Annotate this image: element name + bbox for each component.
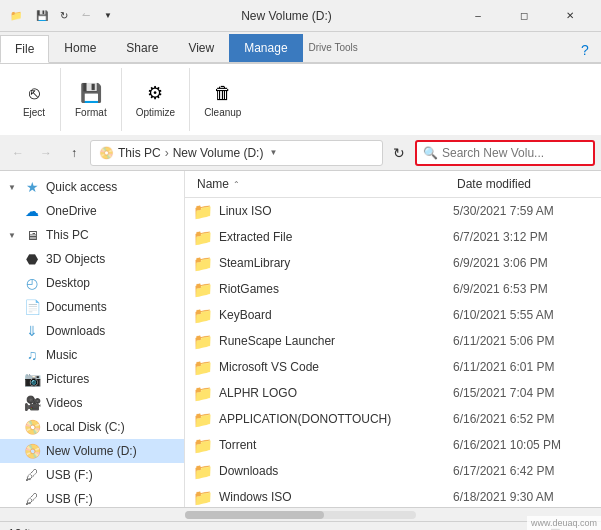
expand-icon: ▼ [8, 183, 18, 192]
undo-qat-btn[interactable]: ↻ [54, 6, 74, 26]
file-date: 6/15/2021 7:04 PM [453, 386, 593, 400]
window-controls: – ◻ ✕ [455, 0, 593, 32]
ribbon-help-btn[interactable]: ? [573, 38, 597, 62]
eject-label: Eject [23, 107, 45, 118]
tab-view[interactable]: View [173, 34, 229, 62]
system-icon: 📁 [8, 8, 24, 24]
hscroll-thumb[interactable] [185, 511, 324, 519]
file-row[interactable]: 📁Linux ISO5/30/2021 7:59 AM [185, 198, 601, 224]
folder-icon: 📁 [193, 227, 213, 247]
file-row[interactable]: 📁SteamLibrary6/9/2021 3:06 PM [185, 250, 601, 276]
sidebar-item-3dobjects[interactable]: ⬣ 3D Objects [0, 247, 184, 271]
column-date[interactable]: Date modified [453, 175, 593, 193]
sidebar-item-videos[interactable]: 🎥 Videos [0, 391, 184, 415]
eject-button[interactable]: ⎋ Eject [16, 77, 52, 122]
ribbon-section-format: 💾 Format [61, 68, 122, 131]
search-input[interactable] [442, 146, 587, 160]
file-row[interactable]: 📁Torrent6/16/2021 10:05 PM [185, 432, 601, 458]
music-icon: ♫ [24, 347, 40, 363]
redo-qat-btn[interactable]: ↼ [76, 6, 96, 26]
column-name[interactable]: Name ⌃ [193, 175, 453, 193]
path-separator-1: › [165, 146, 169, 160]
minimize-button[interactable]: – [455, 0, 501, 32]
folder-icon: 📁 [193, 409, 213, 429]
file-list-header: Name ⌃ Date modified [185, 171, 601, 198]
qat-dropdown[interactable]: ▼ [98, 6, 118, 26]
file-name: Microsoft VS Code [219, 360, 453, 374]
optimize-label: Optimize [136, 107, 175, 118]
sidebar-item-usb2[interactable]: 🖊 USB (F:) [0, 487, 184, 507]
title-bar-system-icons: 📁 [8, 8, 24, 24]
tab-file[interactable]: File [0, 35, 49, 63]
file-date: 6/11/2021 5:06 PM [453, 334, 593, 348]
path-dropdown[interactable]: ▼ [263, 148, 283, 157]
forward-button[interactable]: → [34, 141, 58, 165]
ribbon: File Home Share View Manage Drive Tools … [0, 32, 601, 63]
file-row[interactable]: 📁Extracted File6/7/2021 3:12 PM [185, 224, 601, 250]
tab-home[interactable]: Home [49, 34, 111, 62]
back-button[interactable]: ← [6, 141, 30, 165]
file-row[interactable]: 📁Microsoft VS Code6/11/2021 6:01 PM [185, 354, 601, 380]
sidebar-item-newvolume[interactable]: 📀 New Volume (D:) [0, 439, 184, 463]
save-qat-btn[interactable]: 💾 [32, 6, 52, 26]
file-name: APPLICATION(DONOTTOUCH) [219, 412, 453, 426]
tab-manage[interactable]: Manage [229, 34, 302, 62]
window-title: New Volume (D:) [118, 9, 455, 23]
file-row[interactable]: 📁Downloads6/17/2021 6:42 PM [185, 458, 601, 484]
file-row[interactable]: 📁APPLICATION(DONOTTOUCH)6/16/2021 6:52 P… [185, 406, 601, 432]
column-date-label: Date modified [457, 177, 531, 191]
sidebar-item-music[interactable]: ♫ Music [0, 343, 184, 367]
cleanup-button[interactable]: 🗑 Cleanup [198, 77, 247, 122]
sidebar-item-localdisk[interactable]: 📀 Local Disk (C:) [0, 415, 184, 439]
sidebar-item-usb1[interactable]: 🖊 USB (F:) [0, 463, 184, 487]
ribbon-section-eject: ⎋ Eject [8, 68, 61, 131]
usb2-label: USB (F:) [46, 492, 93, 506]
ribbon-section-optimize: ⚙ Optimize [122, 68, 190, 131]
sidebar-item-quick-access[interactable]: ▼ ★ Quick access [0, 175, 184, 199]
file-name: SteamLibrary [219, 256, 453, 270]
file-row[interactable]: 📁ALPHR LOGO6/15/2021 7:04 PM [185, 380, 601, 406]
address-bar: ← → ↑ 📀 This PC › New Volume (D:) ▼ ↻ 🔍 [0, 135, 601, 171]
quick-access-icon: ★ [24, 179, 40, 195]
cleanup-label: Cleanup [204, 107, 241, 118]
format-label: Format [75, 107, 107, 118]
sidebar-item-thispc[interactable]: ▼ 🖥 This PC [0, 223, 184, 247]
address-path[interactable]: 📀 This PC › New Volume (D:) ▼ [90, 140, 383, 166]
sidebar-item-onedrive[interactable]: ☁ OneDrive [0, 199, 184, 223]
file-name: KeyBoard [219, 308, 453, 322]
sidebar-item-desktop[interactable]: ◴ Desktop [0, 271, 184, 295]
file-name: Extracted File [219, 230, 453, 244]
sidebar-item-downloads[interactable]: ⇓ Downloads [0, 319, 184, 343]
cleanup-icon: 🗑 [211, 81, 235, 105]
sidebar-item-documents[interactable]: 📄 Documents [0, 295, 184, 319]
eject-icon: ⎋ [22, 81, 46, 105]
3dobjects-label: 3D Objects [46, 252, 105, 266]
expand-icon-thispc: ▼ [8, 231, 18, 240]
file-name: Downloads [219, 464, 453, 478]
file-row[interactable]: 📁Windows ISO6/18/2021 9:30 AM [185, 484, 601, 507]
newvolume-icon: 📀 [24, 443, 40, 459]
file-row[interactable]: 📁RiotGames6/9/2021 6:53 PM [185, 276, 601, 302]
sidebar-item-pictures[interactable]: 📷 Pictures [0, 367, 184, 391]
tab-share[interactable]: Share [111, 34, 173, 62]
up-button[interactable]: ↑ [62, 141, 86, 165]
maximize-button[interactable]: ◻ [501, 0, 547, 32]
file-name: Torrent [219, 438, 453, 452]
file-list: Name ⌃ Date modified 📁Linux ISO5/30/2021… [185, 171, 601, 507]
hscroll-track[interactable] [185, 511, 416, 519]
column-name-label: Name [197, 177, 229, 191]
usb2-icon: 🖊 [24, 491, 40, 507]
refresh-button[interactable]: ↻ [387, 141, 411, 165]
search-icon: 🔍 [423, 146, 438, 160]
close-button[interactable]: ✕ [547, 0, 593, 32]
optimize-icon: ⚙ [143, 81, 167, 105]
file-row[interactable]: 📁RuneScape Launcher6/11/2021 5:06 PM [185, 328, 601, 354]
hscroll-area [0, 507, 601, 521]
folder-icon: 📁 [193, 331, 213, 351]
file-row[interactable]: 📁KeyBoard6/10/2021 5:55 AM [185, 302, 601, 328]
search-box[interactable]: 🔍 [415, 140, 595, 166]
address-drive-icon: 📀 [99, 146, 114, 160]
file-rows-container: 📁Linux ISO5/30/2021 7:59 AM📁Extracted Fi… [185, 198, 601, 507]
format-button[interactable]: 💾 Format [69, 77, 113, 122]
optimize-button[interactable]: ⚙ Optimize [130, 77, 181, 122]
